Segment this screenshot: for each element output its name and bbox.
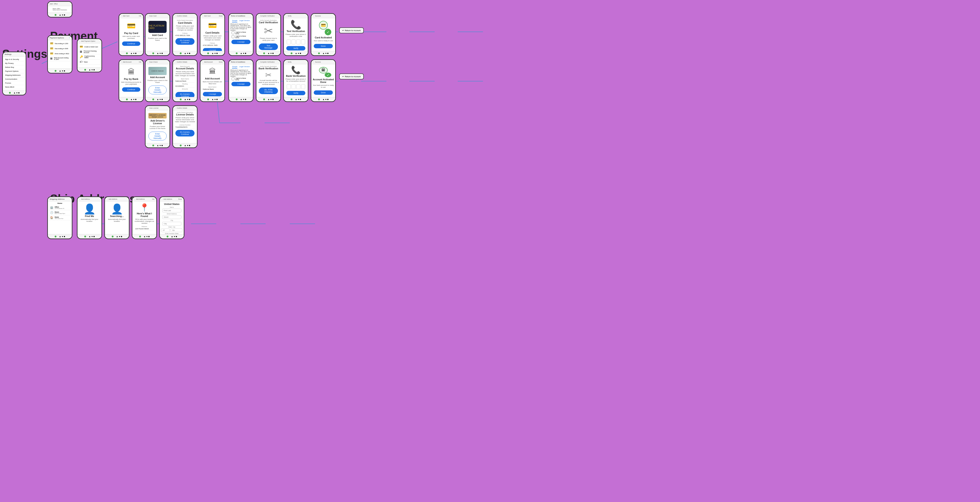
payment-item-2[interactable]: 💳 Visa ending in 4345 — [49, 46, 71, 51]
account-terms-tabs: Simple Legal Version — [232, 65, 250, 68]
confirm-details-card-title: Card Details — [178, 22, 192, 24]
confirm-account-btn[interactable]: It's Correct, Continue — [175, 92, 194, 97]
address-zip-input[interactable] — [170, 229, 182, 232]
add-payment-card[interactable]: 💳 Credit or Debit Card — [78, 44, 100, 49]
settings-item-6[interactable]: Communication — [4, 77, 25, 81]
add-address-searching-body: 👤 Searching... Automatically find your l… — [105, 202, 129, 234]
return-arrow-icon: ↩ — [342, 29, 344, 32]
confirm-account-body: Bank Account Account Details Please veri… — [173, 64, 197, 97]
add-address-found-phone: ← Add Address Hdr 📍 Here's What I Found … — [132, 196, 157, 239]
terms-accept-btn[interactable]: I Accept — [231, 40, 250, 44]
card-success-badge: 💳 — [319, 21, 328, 30]
card-done-btn[interactable]: Done — [314, 44, 333, 48]
settings-item-5[interactable]: Shipping Addresses — [4, 73, 25, 77]
add-payment-crypto[interactable]: 🔑 Cryptocurrency Wallet — [78, 54, 100, 59]
return-account-btn-card[interactable]: ↩ Return to Account — [339, 27, 364, 33]
settings-phone: Settings Sign In & Security My Privacy D… — [2, 52, 26, 95]
address-state-input[interactable] — [161, 229, 170, 232]
pay-by-bank-continue-btn[interactable]: Continue — [122, 87, 140, 92]
pay-by-card-continue-btn[interactable]: Continue — [122, 41, 140, 46]
add-address-find-body: 👤 Find Me Automatically find your locati… — [78, 202, 102, 234]
enter-manually-license-btn[interactable]: Enter Details Manually — [148, 132, 167, 140]
bank-ver-header: ← Verify — [284, 60, 308, 64]
payment-options-body: 💳 Visa ending in 1293 💳 Visa ending in 4… — [48, 40, 72, 68]
bank-ver-code-inputs — [287, 84, 305, 89]
return-arrow-icon-2: ↩ — [342, 75, 344, 78]
account-tab-legal[interactable]: Legal Version — [239, 65, 250, 68]
account-done-btn[interactable]: Done — [314, 91, 333, 95]
payment-item-4[interactable]: 🏛 Bank Account ending in 2047 — [49, 56, 71, 61]
add-payment-token[interactable]: 🏷 Token — [78, 59, 100, 65]
shipping-item-home[interactable]: 🏠 Home 456 Home Ave — [49, 215, 71, 220]
add-account-bank-icon: 🏛 — [209, 67, 216, 75]
shipping-item-hours[interactable]: 🕐 Hours Mon-Fri 9am-5pm — [49, 210, 71, 215]
checkmark-badge: ✓ — [325, 29, 331, 35]
settings-item-4[interactable]: Payment Options — [4, 69, 25, 73]
bank-phone-icon: 📞 — [291, 65, 301, 75]
account-terms-checkbox: I agree to these terms — [232, 78, 250, 81]
verify-btn[interactable]: Verify — [286, 46, 305, 51]
bank-ver-footer: ▲ ● ■ — [284, 97, 308, 102]
us-address-title: United States — [164, 203, 179, 205]
tab-legal[interactable]: Legal Version — [239, 19, 250, 22]
bank-verify-btn[interactable]: Verify — [286, 91, 305, 95]
add-payment-bank[interactable]: 🏛 Personal Checking Account — [78, 49, 100, 54]
settings-item-2[interactable]: My Privacy — [4, 62, 25, 65]
check-scan-image: CHECK IMAGE — [148, 67, 167, 75]
address-city-input[interactable] — [162, 222, 181, 226]
account-terms-accept-btn[interactable]: I Accept — [231, 82, 250, 86]
confirm-card-btn[interactable]: It's Correct, Continue — [175, 38, 194, 45]
complete-ver-bank-header: ← Complete Verification — [256, 60, 280, 64]
add-address-manual-phone: ← Add Address Done United States Name St… — [159, 196, 185, 239]
add-card-terms-phone: ← Add Card Done 💳 Card Details Please ve… — [200, 13, 225, 56]
confirm-license-phone: ← Confirm Details Verify Detail Informat… — [172, 105, 197, 148]
ok-checking-btn[interactable]: Ok, I'll Be Checking — [259, 87, 278, 94]
settings-item-1[interactable]: Sign In & Security — [4, 57, 25, 62]
add-card-terms-header: ← Add Card Done — [200, 14, 224, 18]
confirm-license-btn[interactable]: It's Correct, Continue — [175, 130, 194, 137]
add-card-accept-btn[interactable]: I Accept — [203, 48, 222, 51]
add-account-done-phone: ← Add Account Done 🏛 Add Account Bank Ac… — [200, 59, 225, 102]
shipping-item-office[interactable]: 🏢 Office 123 Business St — [49, 205, 71, 210]
return-account-btn-bank[interactable]: ↩ Return to Account — [339, 73, 364, 79]
settings-item-7[interactable]: Promos — [4, 81, 25, 85]
pay-by-bank-phone: ← Add Account Hdr 🏛 Pay by Bank Add chec… — [119, 59, 144, 102]
terms-checkbox-1: I agree to these terms — [232, 31, 250, 35]
card-activated-phone: ← Success 💳 ✓ Card Activated Your card i… — [311, 13, 336, 56]
complete-ver-card-footer: ▲ ● ■ — [256, 51, 280, 55]
complete-ver-card-body: Verify Sample Illustration Card Verifica… — [256, 18, 280, 51]
add-account-accept-btn[interactable]: I Accept — [203, 92, 222, 96]
found-title: Here's What I Found — [134, 212, 154, 218]
text-message-btn[interactable]: Text Message — [259, 43, 278, 50]
tab-simple[interactable]: Simple — [232, 19, 237, 22]
address-street-input[interactable] — [162, 215, 181, 219]
text-ver-footer: ▲ ● ■ — [284, 51, 308, 55]
add-address-find-footer: ▲ ● ■ — [78, 234, 102, 238]
confirm-license-header: ← Confirm Details — [173, 106, 197, 110]
terms-account-footer: ▲ ● ■ — [229, 97, 253, 102]
text-verification-phone: ← Verify 📞 Text Verification Please ente… — [283, 13, 309, 56]
address-name-input[interactable] — [162, 209, 181, 212]
add-payment-header: ← Add Payment Option — [78, 39, 102, 43]
card-activated-footer: ▲ ● ■ — [311, 51, 335, 55]
card-verification-title: Card Verification — [259, 21, 278, 24]
terms-account-header: Terms & Conditions — [229, 60, 253, 64]
settings-item-3[interactable]: Deliver Buy — [4, 65, 25, 69]
account-tab-simple[interactable]: Simple — [232, 65, 237, 68]
payment-item-1[interactable]: 💳 Visa ending in 1293 — [49, 41, 71, 46]
confirm-details-card-phone: ← Confirm Details Verify Detail Informat… — [172, 13, 197, 56]
pay-by-card-header: ← Add Card Hdr — [119, 14, 143, 18]
confirm-license-body: Verify Detail Information License Detail… — [173, 110, 197, 143]
terms-account-phone: Terms & Conditions Simple Legal Version … — [228, 59, 254, 102]
payment-item-3[interactable]: 💳 Amex ending in 9922 — [49, 51, 71, 56]
account-activated-body: 🏛 ✓ Account Activated Done Your bank acc… — [311, 64, 335, 97]
phone-icon-large: 📞 — [290, 19, 301, 30]
account-checkmark-badge: ✓ — [325, 73, 331, 77]
license-scan-image: DRIVER'S LICENSE Sample License — [148, 113, 167, 119]
add-account-done-header: ← Add Account Done — [200, 60, 224, 64]
enter-manually-bank-btn[interactable]: Enter Details Manually — [148, 86, 167, 94]
bank-scissors-icon: ✂ — [265, 71, 272, 79]
confirm-license-footer: ▲ ● ■ — [173, 143, 197, 148]
settings-item-8[interactable]: News ABLE — [4, 85, 25, 89]
complete-ver-bank-footer: ▲ ● ■ — [256, 97, 280, 102]
